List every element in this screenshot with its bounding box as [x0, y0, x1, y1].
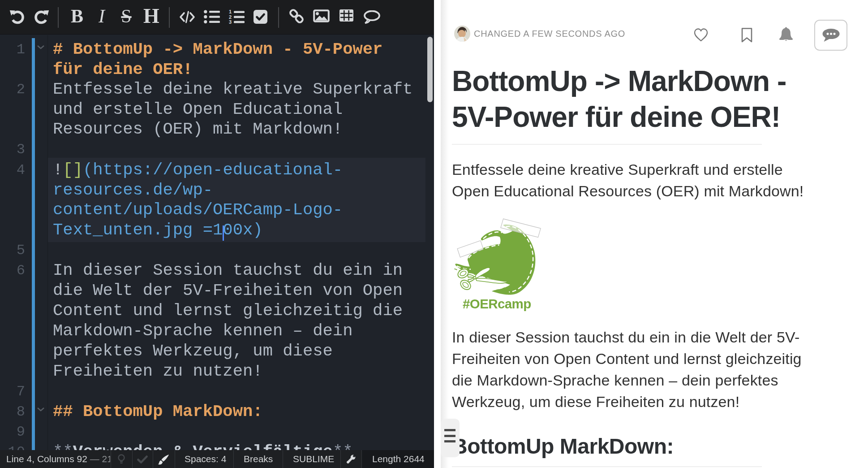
- svg-text:1: 1: [229, 9, 232, 14]
- svg-text:3: 3: [229, 19, 232, 24]
- svg-text:2: 2: [229, 14, 232, 20]
